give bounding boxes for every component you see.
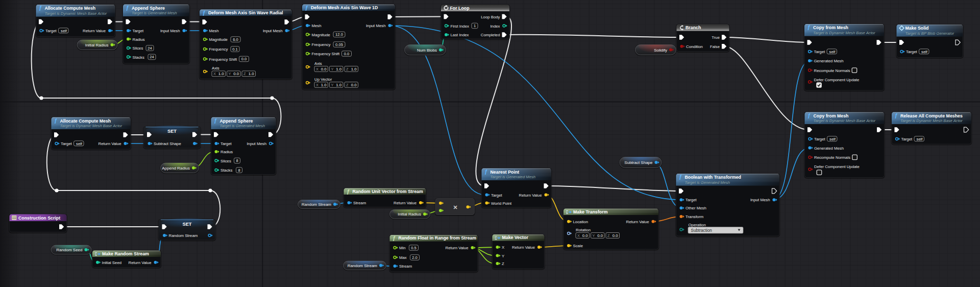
svg-text:Nearest Point: Nearest Point — [491, 170, 520, 175]
svg-text:0.0: 0.0 — [233, 71, 239, 76]
svg-text:ƒ: ƒ — [203, 10, 206, 16]
svg-text:8: 8 — [236, 158, 238, 163]
svg-text:Return Value: Return Value — [512, 245, 535, 250]
svg-text:Slices: Slices — [220, 159, 231, 163]
svg-text:1.0: 1.0 — [336, 67, 342, 71]
svg-text:0.5: 0.5 — [411, 246, 416, 250]
svg-text:self: self — [61, 29, 67, 33]
svg-text:Target is Generated Mesh: Target is Generated Mesh — [491, 175, 536, 179]
svg-text:Axis: Axis — [212, 66, 219, 70]
svg-text:Y: Y — [502, 254, 505, 258]
svg-text:Generated Mesh: Generated Mesh — [814, 59, 844, 63]
svg-text:Copy from Mesh: Copy from Mesh — [813, 25, 848, 30]
svg-text:Target: Target — [45, 29, 57, 33]
svg-text:self: self — [829, 137, 836, 141]
svg-text:Max: Max — [399, 255, 407, 260]
svg-text:0.0: 0.0 — [344, 52, 350, 56]
svg-text:Defer Component Update: Defer Component Update — [814, 164, 860, 169]
svg-text:Y: Y — [593, 233, 595, 238]
svg-text:✕: ✕ — [453, 204, 458, 210]
svg-text:self: self — [829, 50, 836, 54]
svg-text:Magnitude: Magnitude — [209, 37, 228, 42]
svg-text:Mesh: Mesh — [209, 29, 219, 33]
svg-text:Initial Radius: Initial Radius — [85, 43, 109, 47]
svg-text:Random Seed: Random Seed — [56, 248, 82, 252]
svg-text:Z: Z — [607, 233, 610, 238]
svg-text:Y: Y — [331, 83, 334, 87]
svg-text:SET: SET — [183, 222, 192, 227]
svg-text:Target is Dynamic Mesh Base Ac: Target is Dynamic Mesh Base Actor — [814, 118, 876, 123]
svg-text:Random Stream: Random Stream — [348, 264, 378, 268]
svg-text:ƒ: ƒ — [214, 117, 217, 124]
svg-text:Radius: Radius — [133, 37, 145, 42]
svg-text:Input Mesh: Input Mesh — [247, 141, 266, 146]
svg-text:Target: Target — [491, 193, 503, 198]
svg-text:self: self — [921, 50, 928, 54]
svg-text:Target is Generated Mesh: Target is Generated Mesh — [220, 124, 265, 128]
svg-text:Return Value: Return Value — [83, 29, 106, 33]
svg-text:ƒ: ƒ — [305, 5, 308, 11]
svg-text:0.0: 0.0 — [241, 57, 247, 61]
svg-text:self: self — [76, 141, 83, 146]
svg-text:Up Vector: Up Vector — [314, 77, 332, 82]
svg-text:Mesh: Mesh — [312, 23, 322, 28]
svg-text:Return Value: Return Value — [519, 193, 542, 198]
svg-text:Index: Index — [490, 24, 500, 29]
svg-text:Append Radius: Append Radius — [162, 166, 190, 171]
svg-text:X: X — [316, 67, 318, 71]
svg-text:Location: Location — [573, 220, 588, 224]
svg-text:Stream: Stream — [353, 201, 366, 205]
svg-text:For Loop: For Loop — [450, 6, 470, 11]
svg-text:Allocate Compute Mesh: Allocate Compute Mesh — [60, 118, 111, 124]
svg-text:Input Mesh: Input Mesh — [750, 198, 770, 202]
svg-text:24: 24 — [150, 55, 154, 59]
svg-text:Release All Compute Meshes: Release All Compute Meshes — [900, 113, 963, 118]
svg-text:Copy from Mesh: Copy from Mesh — [814, 113, 849, 118]
svg-text:Recompute Normals: Recompute Normals — [814, 68, 850, 73]
svg-text:ƒ: ƒ — [126, 5, 129, 11]
svg-text:Radius: Radius — [220, 150, 233, 154]
svg-text:Return Value: Return Value — [99, 141, 121, 146]
svg-text:Operation: Operation — [689, 223, 706, 227]
svg-text:Stacks: Stacks — [220, 168, 232, 173]
svg-text:Return Value: Return Value — [626, 220, 649, 224]
svg-text:Generated Mesh: Generated Mesh — [814, 146, 844, 151]
svg-text:12.0: 12.0 — [335, 32, 343, 37]
svg-text:Deform Mesh Axis Sin Wave 1D: Deform Mesh Axis Sin Wave 1D — [311, 5, 378, 10]
svg-text:Completed: Completed — [481, 33, 500, 37]
svg-text:Boolean with Transformed: Boolean with Transformed — [685, 175, 741, 180]
svg-text:1.0: 1.0 — [351, 67, 357, 71]
svg-text:Initial Radius: Initial Radius — [398, 212, 421, 217]
svg-text:Z: Z — [502, 261, 504, 266]
svg-text:Target: Target — [906, 50, 918, 54]
svg-text:self: self — [917, 137, 923, 141]
svg-text:Rotation: Rotation — [576, 228, 591, 232]
svg-text:Make Transform: Make Transform — [573, 209, 608, 214]
svg-text:Random Stream: Random Stream — [169, 233, 198, 238]
svg-text:Return Value: Return Value — [446, 246, 469, 250]
svg-text:8: 8 — [238, 168, 240, 173]
svg-text:Z: Z — [346, 83, 349, 87]
svg-text:X: X — [213, 71, 216, 76]
svg-text:0.0: 0.0 — [612, 233, 619, 238]
svg-text:Initial Seed: Initial Seed — [102, 260, 122, 265]
svg-text:X: X — [502, 245, 505, 250]
svg-text:True: True — [712, 35, 720, 40]
svg-text:Frequency Shift: Frequency Shift — [209, 57, 237, 62]
svg-text:Defer Component Update: Defer Component Update — [814, 78, 860, 82]
svg-text:Append Sphere: Append Sphere — [220, 118, 253, 124]
svg-text:ƒ: ƒ — [807, 112, 811, 118]
svg-text:Target: Target — [61, 141, 72, 146]
svg-text:Loop Body: Loop Body — [481, 15, 500, 19]
svg-text:Y: Y — [229, 71, 231, 76]
svg-text:Random Stream: Random Stream — [302, 202, 332, 207]
svg-text:Branch: Branch — [685, 25, 701, 30]
svg-text:X: X — [316, 83, 318, 87]
svg-text:Y: Y — [331, 67, 334, 71]
svg-text:Target is Generated Mesh: Target is Generated Mesh — [685, 180, 730, 185]
svg-text:Recompute Normals: Recompute Normals — [814, 155, 850, 160]
svg-text:0.0: 0.0 — [597, 233, 603, 238]
svg-text:Input Mesh: Input Mesh — [366, 23, 386, 28]
svg-text:ƒ: ƒ — [679, 174, 682, 180]
svg-text:Deform Mesh Axis Sin Wave Radi: Deform Mesh Axis Sin Wave Radial — [208, 10, 283, 15]
